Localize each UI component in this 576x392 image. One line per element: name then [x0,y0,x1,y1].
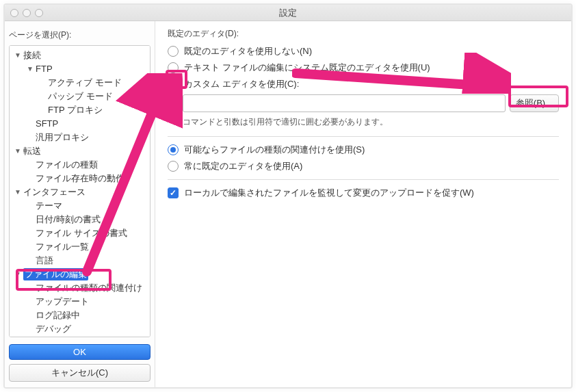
sidebar-label: ページを選択(P): [9,29,150,41]
chevron-down-icon [26,215,34,224]
tree-item-assoc[interactable]: ファイルの種類の関連付け [10,281,150,295]
chevron-down-icon [26,243,34,251]
checkbox-icon [168,187,179,198]
chevron-down-icon [38,106,47,114]
radio-no-default[interactable]: 既定のエディタを使用しない(N) [168,45,559,57]
ok-button[interactable]: OK [9,344,150,360]
radio-icon [168,62,179,73]
separator [168,136,559,137]
chevron-down-icon: ▼ [26,65,34,73]
tree-item-ftpproxy[interactable]: FTP プロキシ [10,103,150,117]
chevron-down-icon [26,133,34,142]
minimize-icon[interactable] [23,9,31,17]
tree-item-label: テーマ [36,200,62,212]
tree-item-label: 言語 [36,254,53,267]
browse-button[interactable]: 参照(B)... [510,94,559,112]
radio-custom-editor[interactable]: カスタム エディタを使用(C): [168,78,559,90]
tree-item-label: デバッグ [36,323,71,335]
tree-item-label: FTP [36,63,53,75]
checkbox-label: ローカルで編集されたファイルを監視して変更のアップロードを促す(W) [184,187,474,199]
tree-item-label: 日付/時刻の書式 [36,213,101,226]
editor-path-input[interactable] [183,94,506,112]
page-tree[interactable]: ▼接続▼FTPアクティブ モードパッシブ モードFTP プロキシSFTP汎用プロ… [9,45,150,337]
radio-label: 常に既定のエディタを使用(A) [184,160,302,172]
traffic-lights [10,9,43,17]
tree-item-label: 接続 [23,49,41,62]
tree-item-transfer[interactable]: ▼転送 [10,144,150,158]
chevron-down-icon [26,298,34,306]
chevron-down-icon [26,325,34,333]
tree-item-label: ファイル存在時の動作 [36,172,125,185]
tree-item-update[interactable]: アップデート [10,295,150,309]
tree-item-label: アクティブ モード [48,77,122,89]
chevron-down-icon [26,284,34,292]
main-area: ページを選択(P): ▼接続▼FTPアクティブ モードパッシブ モードFTP プ… [5,21,571,387]
tree-item-debug[interactable]: デバッグ [10,322,150,336]
tree-item-theme[interactable]: テーマ [10,199,150,213]
tree-item-label: アップデート [36,296,89,308]
chevron-down-icon: ▼ [14,188,22,196]
tree-item-sizeformat[interactable]: ファイル サイズの書式 [10,226,150,240]
tree-item-genproxy[interactable]: 汎用プロキシ [10,131,150,144]
tree-item-ftp[interactable]: ▼FTP [10,62,150,76]
tree-item-label: ファイルの種類 [36,159,98,171]
radio-icon [168,79,179,90]
chevron-down-icon [26,161,34,169]
tree-item-label: ファイルの編集 [23,268,88,280]
tree-item-label: 転送 [23,145,41,157]
radio-always-default[interactable]: 常に既定のエディタを使用(A) [168,160,559,172]
sidebar-buttons: OK キャンセル(C) [9,344,150,382]
radio-use-assoc[interactable]: 可能ならファイルの種類の関連付けを使用(S) [168,144,559,156]
tree-item-label: ログ記録中 [36,309,80,322]
tree-item-dateformat[interactable]: 日付/時刻の書式 [10,213,150,226]
radio-icon [168,46,179,57]
cancel-button[interactable]: キャンセル(C) [9,364,150,382]
chevron-down-icon: ▼ [14,51,22,60]
radio-label: 既定のエディタを使用しない(N) [184,45,312,57]
content-panel: 既定のエディタ(D): 既定のエディタを使用しない(N) テキスト ファイルの編… [155,21,571,387]
sidebar: ページを選択(P): ▼接続▼FTPアクティブ モードパッシブ モードFTP プ… [5,21,155,387]
tree-item-label: SFTP [36,118,58,130]
tree-item-conn[interactable]: ▼接続 [10,49,150,62]
tree-item-label: インタフェース [23,186,86,198]
tree-item-lang[interactable]: 言語 [10,254,150,267]
command-hint: コマンドと引数は引用符で適切に囲む必要があります。 [183,116,559,128]
zoom-icon[interactable] [35,9,43,17]
chevron-down-icon: ▼ [14,147,22,155]
tree-item-interface[interactable]: ▼インタフェース [10,185,150,199]
tree-item-label: FTP プロキシ [48,104,103,116]
tree-item-fileedit[interactable]: ▼ファイルの編集 [10,267,150,281]
radio-label: カスタム エディタを使用(C): [184,78,299,90]
tree-item-sftp[interactable]: SFTP [10,117,150,131]
chevron-down-icon [38,92,47,101]
editor-path-row: 参照(B)... [183,94,559,112]
close-icon[interactable] [10,9,18,17]
chevron-down-icon [26,120,34,128]
separator [168,179,559,180]
tree-item-label: 汎用プロキシ [36,131,89,144]
chevron-down-icon [26,229,34,237]
chevron-down-icon: ▼ [14,270,22,278]
tree-item-label: ファイル サイズの書式 [36,227,127,239]
tree-item-logging[interactable]: ログ記録中 [10,309,150,322]
chevron-down-icon [26,257,34,265]
radio-system-editor[interactable]: テキスト ファイルの編集にシステム既定のエディタを使用(U) [168,62,559,74]
tree-item-fileexist[interactable]: ファイル存在時の動作 [10,172,150,185]
default-editor-label: 既定のエディタ(D): [168,28,559,40]
tree-item-active[interactable]: アクティブ モード [10,76,150,90]
radio-label: テキスト ファイルの編集にシステム既定のエディタを使用(U) [184,62,430,74]
tree-item-label: ファイルの種類の関連付け [36,282,142,294]
check-watch-local[interactable]: ローカルで編集されたファイルを監視して変更のアップロードを促す(W) [168,187,559,199]
tree-item-filelist[interactable]: ファイル一覧 [10,240,150,254]
tree-item-passive[interactable]: パッシブ モード [10,90,150,103]
chevron-down-icon [26,311,34,319]
settings-window: 設定 ページを選択(P): ▼接続▼FTPアクティブ モードパッシブ モードFT… [3,3,573,389]
radio-icon [168,144,179,155]
radio-icon [168,161,179,172]
chevron-down-icon [38,79,47,87]
radio-label: 可能ならファイルの種類の関連付けを使用(S) [184,144,365,156]
tree-item-filetypes[interactable]: ファイルの種類 [10,158,150,172]
chevron-down-icon [26,174,34,183]
titlebar: 設定 [5,5,571,21]
tree-item-label: ファイル一覧 [36,241,89,253]
